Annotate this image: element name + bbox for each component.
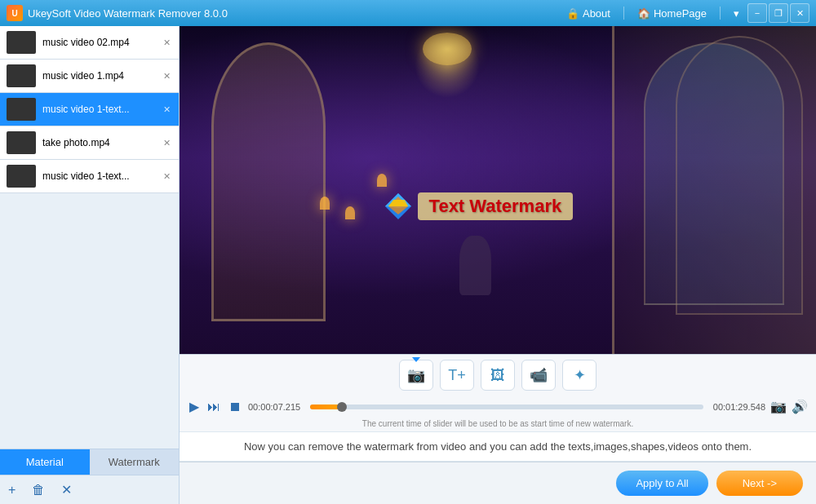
minimize-button[interactable]: − <box>747 3 767 23</box>
progress-thumb[interactable] <box>337 402 347 412</box>
current-time: 00:00:07.215 <box>248 402 305 412</box>
add-file-button[interactable]: + <box>7 480 17 499</box>
tab-watermark[interactable]: Watermark <box>90 449 180 475</box>
arch-left <box>211 42 326 321</box>
watermark-diamond-icon <box>384 192 413 221</box>
watermark-text: Text Watermark <box>418 192 574 220</box>
dropdown-icon: ▾ <box>734 7 739 20</box>
nav-separator2 <box>720 7 721 20</box>
play-button[interactable]: ▶ <box>188 397 201 416</box>
character-silhouette <box>459 236 491 294</box>
chandelier <box>409 33 486 115</box>
file-item[interactable]: take photo.mp4✕ <box>0 126 179 160</box>
add-text-button[interactable]: T+ <box>440 360 474 391</box>
watermark-overlay[interactable]: Text Watermark <box>384 192 574 221</box>
file-thumbnail <box>7 165 36 188</box>
sidebar: music video 02.mp4✕music video 1.mp4✕mus… <box>0 26 180 504</box>
file-thumbnail <box>7 31 36 54</box>
file-thumbnail <box>7 131 36 154</box>
stop-button[interactable]: ⏹ <box>227 398 243 416</box>
nav-items: 🔒 About 🏠 HomePage ▾ <box>566 7 739 20</box>
file-name: music video 1-text... <box>42 170 162 182</box>
add-media-button[interactable]: 📷 <box>399 360 433 391</box>
clear-file-button[interactable]: ✕ <box>60 480 73 499</box>
home-icon: 🏠 <box>637 7 650 20</box>
timeline-area: 📷T+🖼📹✦ ▶ ⏭ ⏹ 00:00:07.215 00:01:29.548 📷… <box>180 354 816 431</box>
add-image-button[interactable]: 🖼 <box>481 360 515 391</box>
app-title: UkeySoft Video Watermark Remover 8.0.0 <box>28 7 566 20</box>
lock-icon: 🔒 <box>566 7 579 20</box>
file-item[interactable]: music video 1-text...✕ <box>0 160 179 193</box>
volume-button[interactable]: 🔊 <box>792 399 808 414</box>
app-logo: U <box>7 5 23 21</box>
file-thumbnail <box>7 64 36 87</box>
file-item[interactable]: music video 02.mp4✕ <box>0 26 179 60</box>
file-name: music video 02.mp4 <box>42 37 162 48</box>
file-close-button[interactable]: ✕ <box>162 69 172 83</box>
nav-separator <box>623 7 624 20</box>
lamp-1 <box>320 197 330 210</box>
file-close-button[interactable]: ✕ <box>162 170 172 183</box>
next-button[interactable]: Next -> <box>716 471 803 496</box>
window-controls: − ❐ ✕ <box>747 3 809 23</box>
file-thumbnail <box>7 98 36 121</box>
file-close-button[interactable]: ✕ <box>162 103 172 117</box>
apply-to-all-button[interactable]: Apply to All <box>616 471 707 496</box>
video-area: Text Watermark 📷T+🖼📹✦ ▶ ⏭ ⏹ 00:00:07.215… <box>180 26 816 504</box>
delete-file-button[interactable]: 🗑 <box>30 480 47 499</box>
add-shape-button[interactable]: ✦ <box>562 360 596 391</box>
playback-bar: ▶ ⏭ ⏹ 00:00:07.215 00:01:29.548 📷 🔊 <box>180 394 816 419</box>
close-button[interactable]: ✕ <box>790 3 809 23</box>
file-name: music video 1-text... <box>42 104 162 115</box>
next-frame-button[interactable]: ⏭ <box>206 398 222 416</box>
file-close-button[interactable]: ✕ <box>162 136 172 150</box>
file-name: take photo.mp4 <box>42 137 162 148</box>
tab-bar: Material Watermark <box>0 449 179 475</box>
file-close-button[interactable]: ✕ <box>162 36 172 50</box>
lamp-2 <box>377 174 387 187</box>
file-name: music video 1.mp4 <box>42 70 162 82</box>
tool-icons-bar: 📷T+🖼📹✦ <box>180 355 816 394</box>
total-time: 00:01:29.548 <box>708 402 765 412</box>
playback-hint: The current time of slider will be used … <box>180 419 816 431</box>
lamp-3 <box>345 206 355 219</box>
about-link[interactable]: 🔒 About <box>566 7 610 20</box>
snapshot-button[interactable]: 📷 <box>770 399 787 414</box>
bottom-bar: Apply to All Next -> <box>180 462 816 504</box>
video-preview: Text Watermark <box>180 26 816 354</box>
sidebar-toolbar: + 🗑 ✕ <box>0 475 179 504</box>
active-indicator <box>412 357 420 362</box>
main-layout: music video 02.mp4✕music video 1.mp4✕mus… <box>0 26 816 504</box>
titlebar: U UkeySoft Video Watermark Remover 8.0.0… <box>0 0 816 26</box>
arch-right-inner2 <box>676 36 803 315</box>
file-list: music video 02.mp4✕music video 1.mp4✕mus… <box>0 26 179 449</box>
homepage-link[interactable]: 🏠 HomePage <box>637 7 707 20</box>
dropdown-link[interactable]: ▾ <box>734 7 739 20</box>
tab-material[interactable]: Material <box>0 449 90 475</box>
hint-bar: Now you can remove the watermark from vi… <box>180 431 816 462</box>
progress-bar[interactable] <box>310 405 703 409</box>
file-item[interactable]: music video 1.mp4✕ <box>0 60 179 93</box>
chandelier-glow <box>415 33 480 98</box>
file-item[interactable]: music video 1-text...✕ <box>0 93 179 126</box>
add-video-button[interactable]: 📹 <box>521 360 556 391</box>
restore-button[interactable]: ❐ <box>769 3 788 23</box>
